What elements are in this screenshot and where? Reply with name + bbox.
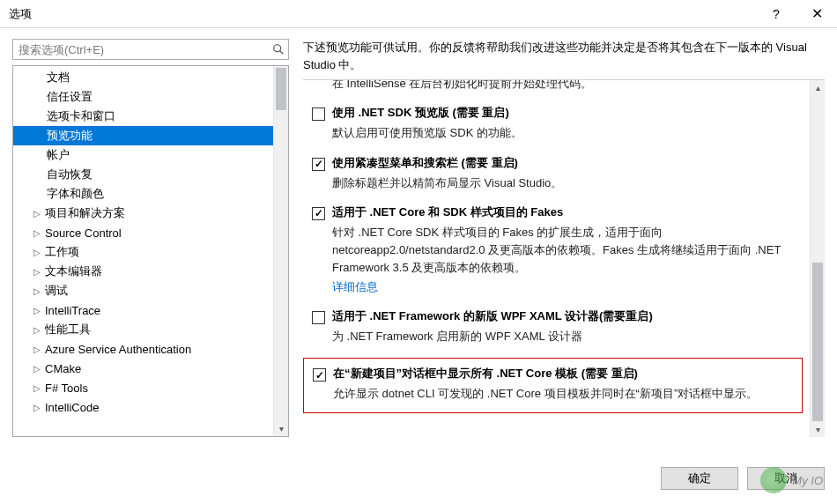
search-box[interactable]: [12, 39, 289, 60]
tree-item[interactable]: ▷IntelliTrace: [13, 300, 273, 320]
intro-text: 下述预览功能可供试用。你的反馈将帮助我们改进这些功能并决定是否将其包含在下一版本…: [303, 39, 825, 74]
tree-item-label: CMake: [45, 362, 81, 375]
tree-item[interactable]: 文档: [13, 68, 273, 87]
dialog-body: 文档信任设置选项卡和窗口预览功能帐户自动恢复字体和颜色▷项目和解决方案▷Sour…: [0, 28, 837, 504]
option-link[interactable]: 详细信息: [332, 278, 378, 296]
option-description: 针对 .NET Core SDK 样式项目的 Fakes 的扩展生成，适用于面向…: [332, 224, 801, 297]
expander-icon[interactable]: ▷: [31, 246, 43, 258]
tree-item[interactable]: ▷性能工具: [13, 320, 273, 339]
expander-icon[interactable]: ▷: [31, 401, 43, 413]
option-description: 允许显示 dotnet CLI 可发现的 .NET Core 项目模板并同时在“…: [333, 385, 793, 403]
tree-item-label: 字体和颜色: [47, 186, 104, 202]
option-title-row: 使用 .NET SDK 预览版 (需要 重启): [312, 105, 801, 121]
window-title: 选项: [0, 6, 756, 22]
tree-item-label: 调试: [45, 283, 68, 299]
tree-item-label: 文档: [47, 70, 70, 85]
right-panel: 下述预览功能可供试用。你的反馈将帮助我们改进这些功能并决定是否将其包含在下一版本…: [289, 39, 825, 437]
option-title-row: 使用紧凑型菜单和搜索栏 (需要 重启): [312, 155, 801, 171]
expander-icon[interactable]: ▷: [31, 343, 43, 355]
tree-item[interactable]: 信任设置: [13, 87, 273, 107]
tree-item-label: IntelliCode: [45, 401, 99, 414]
tree-item[interactable]: ▷F# Tools: [13, 378, 273, 397]
dialog-buttons: 确定 取消: [661, 467, 825, 490]
option-item: 在 IntelliSense 在后台初始化时提前开始处理代码。: [312, 80, 801, 93]
option-description: 在 IntelliSense 在后台初始化时提前开始处理代码。: [332, 80, 801, 93]
tree-item-label: 工作项: [45, 244, 79, 260]
expander-icon[interactable]: ▷: [31, 265, 43, 278]
option-item: 适用于 .NET Core 和 SDK 样式项目的 Fakes针对 .NET C…: [312, 204, 801, 297]
tree-item-label: Azure Service Authentication: [45, 343, 191, 356]
option-checkbox[interactable]: [312, 107, 325, 121]
expander-icon[interactable]: ▷: [31, 207, 43, 219]
option-title: 使用紧凑型菜单和搜索栏 (需要 重启): [332, 155, 518, 171]
tree-item[interactable]: ▷项目和解决方案: [13, 204, 273, 223]
option-title: 在“新建项目”对话框中显示所有 .NET Core 模板 (需要 重启): [333, 366, 638, 382]
tree-item-label: 预览功能: [47, 128, 93, 144]
options-scrollbar-up-icon[interactable]: ▴: [811, 80, 825, 95]
options-scrollbar[interactable]: ▴ ▾: [810, 80, 825, 437]
tree-item-label: 信任设置: [47, 89, 93, 105]
tree-item[interactable]: ▷Source Control: [13, 223, 273, 242]
options-scrollbar-thumb[interactable]: [812, 263, 823, 421]
tree-item[interactable]: ▷调试: [13, 281, 273, 300]
option-checkbox[interactable]: [313, 368, 326, 382]
ok-button[interactable]: 确定: [661, 467, 738, 490]
expander-icon[interactable]: ▷: [31, 285, 43, 297]
tree-scrollbar-thumb[interactable]: [276, 68, 286, 110]
option-checkbox[interactable]: [312, 311, 325, 324]
tree-scrollbar[interactable]: ▾: [273, 66, 288, 436]
tree-item-label: 性能工具: [45, 322, 91, 337]
options-area: 在 IntelliSense 在后台初始化时提前开始处理代码。使用 .NET S…: [303, 79, 825, 437]
svg-line-1: [280, 51, 284, 55]
option-title-row: 适用于 .NET Core 和 SDK 样式项目的 Fakes: [312, 204, 801, 220]
tree-item-label: 帐户: [47, 147, 70, 163]
option-title: 适用于 .NET Framework 的新版 WPF XAML 设计器(需要重启…: [332, 308, 653, 324]
search-icon[interactable]: [269, 40, 288, 59]
tree-item-label: 项目和解决方案: [45, 205, 125, 221]
left-panel: 文档信任设置选项卡和窗口预览功能帐户自动恢复字体和颜色▷项目和解决方案▷Sour…: [12, 39, 289, 437]
titlebar: 选项 ? ✕: [0, 0, 837, 28]
expander-icon[interactable]: ▷: [31, 323, 43, 336]
option-item: 使用 .NET SDK 预览版 (需要 重启)默认启用可使用预览版 SDK 的功…: [312, 105, 801, 142]
tree-item[interactable]: 预览功能: [13, 126, 273, 145]
option-title: 适用于 .NET Core 和 SDK 样式项目的 Fakes: [332, 204, 563, 220]
expander-icon[interactable]: ▷: [31, 304, 43, 316]
option-description: 默认启用可使用预览版 SDK 的功能。: [332, 124, 801, 142]
tree-item[interactable]: 自动恢复: [13, 165, 273, 184]
tree-item[interactable]: ▷Azure Service Authentication: [13, 339, 273, 359]
tree-item[interactable]: ▷文本编辑器: [13, 262, 273, 281]
help-button[interactable]: ?: [756, 0, 796, 27]
tree-item-label: 选项卡和窗口: [47, 108, 115, 124]
tree-item[interactable]: 选项卡和窗口: [13, 107, 273, 126]
tree-item-label: 自动恢复: [47, 167, 93, 182]
option-item: 使用紧凑型菜单和搜索栏 (需要 重启)删除标题栏并以精简布局显示 Visual …: [312, 155, 801, 192]
tree-item[interactable]: ▷CMake: [13, 359, 273, 378]
tree-item[interactable]: ▷工作项: [13, 242, 273, 262]
option-item: 适用于 .NET Framework 的新版 WPF XAML 设计器(需要重启…: [312, 308, 801, 345]
search-input[interactable]: [13, 40, 269, 59]
options-scrollbar-down-icon[interactable]: ▾: [811, 422, 825, 437]
option-title: 使用 .NET SDK 预览版 (需要 重启): [332, 105, 509, 121]
option-title-row: 在“新建项目”对话框中显示所有 .NET Core 模板 (需要 重启): [313, 366, 793, 382]
option-checkbox[interactable]: [312, 207, 325, 220]
expander-icon[interactable]: ▷: [31, 382, 43, 394]
svg-point-0: [274, 45, 281, 52]
tree-item-label: 文本编辑器: [45, 263, 102, 279]
expander-icon[interactable]: ▷: [31, 226, 43, 239]
cancel-button[interactable]: 取消: [747, 467, 825, 490]
option-description: 为 .NET Framework 启用新的 WPF XAML 设计器: [332, 328, 801, 345]
tree-item[interactable]: ▷IntelliCode: [13, 397, 273, 417]
option-title-row: 适用于 .NET Framework 的新版 WPF XAML 设计器(需要重启…: [312, 308, 801, 324]
expander-icon[interactable]: ▷: [31, 362, 43, 374]
category-tree: 文档信任设置选项卡和窗口预览功能帐户自动恢复字体和颜色▷项目和解决方案▷Sour…: [12, 65, 289, 437]
option-checkbox[interactable]: [312, 158, 325, 171]
close-button[interactable]: ✕: [796, 0, 837, 27]
option-item: 在“新建项目”对话框中显示所有 .NET Core 模板 (需要 重启)允许显示…: [303, 358, 803, 412]
tree-item[interactable]: 字体和颜色: [13, 184, 273, 204]
tree-item-label: IntelliTrace: [45, 304, 100, 317]
tree-item[interactable]: 帐户: [13, 145, 273, 165]
option-description: 删除标题栏并以精简布局显示 Visual Studio。: [332, 174, 801, 192]
tree-item-label: F# Tools: [45, 382, 88, 395]
tree-scrollbar-down-icon[interactable]: ▾: [274, 421, 288, 436]
tree-item-label: Source Control: [45, 226, 122, 240]
